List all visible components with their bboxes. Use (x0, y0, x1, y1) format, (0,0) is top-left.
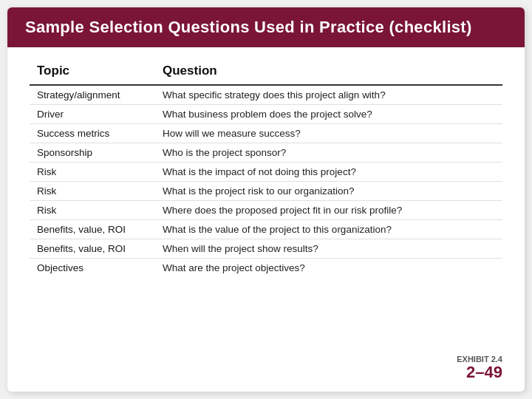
topic-cell: Sponsorship (30, 143, 155, 163)
table-row: SponsorshipWho is the project sponsor? (30, 143, 502, 163)
topic-cell: Risk (30, 201, 155, 220)
topic-cell: Strategy/alignment (30, 85, 155, 105)
question-cell: When will the project show results? (155, 239, 502, 259)
question-cell: Where does the proposed project fit in o… (155, 201, 502, 220)
topic-cell: Benefits, value, ROI (30, 220, 155, 239)
slide-title: Sample Selection Questions Used in Pract… (25, 18, 507, 37)
exhibit-label: EXHIBIT 2.4 (30, 355, 502, 364)
slide-content: Topic Question Strategy/alignmentWhat sp… (7, 47, 525, 392)
exhibit-number: 2–49 (30, 364, 502, 381)
table-row: DriverWhat business problem does the pro… (30, 105, 502, 124)
question-cell: What is the project risk to our organiza… (155, 182, 502, 201)
question-cell: What business problem does the project s… (155, 105, 502, 124)
topic-cell: Driver (30, 105, 155, 124)
topic-cell: Benefits, value, ROI (30, 239, 155, 259)
topic-cell: Success metrics (30, 124, 155, 143)
column-header-question: Question (155, 59, 502, 85)
table-row: RiskWhere does the proposed project fit … (30, 201, 502, 220)
exhibit-area: EXHIBIT 2.4 2–49 (30, 350, 502, 384)
table-row: RiskWhat is the impact of not doing this… (30, 163, 502, 182)
question-cell: What is the value of the project to this… (155, 220, 502, 239)
question-cell: How will we measure success? (155, 124, 502, 143)
table-row: RiskWhat is the project risk to our orga… (30, 182, 502, 201)
question-cell: What is the impact of not doing this pro… (155, 163, 502, 182)
table-body: Strategy/alignmentWhat specific strategy… (30, 85, 502, 277)
topic-cell: Risk (30, 163, 155, 182)
column-header-topic: Topic (30, 59, 155, 85)
checklist-table: Topic Question Strategy/alignmentWhat sp… (30, 59, 502, 277)
table-row: Benefits, value, ROIWhen will the projec… (30, 239, 502, 259)
slide-header: Sample Selection Questions Used in Pract… (7, 7, 525, 47)
question-cell: Who is the project sponsor? (155, 143, 502, 163)
table-row: Success metricsHow will we measure succe… (30, 124, 502, 143)
topic-cell: Objectives (30, 259, 155, 278)
table-row: Benefits, value, ROIWhat is the value of… (30, 220, 502, 239)
table-header-row: Topic Question (30, 59, 502, 85)
topic-cell: Risk (30, 182, 155, 201)
question-cell: What are the project objectives? (155, 259, 502, 278)
table-row: Strategy/alignmentWhat specific strategy… (30, 85, 502, 105)
table-row: ObjectivesWhat are the project objective… (30, 259, 502, 278)
table-area: Topic Question Strategy/alignmentWhat sp… (30, 59, 502, 350)
question-cell: What specific strategy does this project… (155, 85, 502, 105)
slide-container: Sample Selection Questions Used in Pract… (7, 7, 525, 392)
